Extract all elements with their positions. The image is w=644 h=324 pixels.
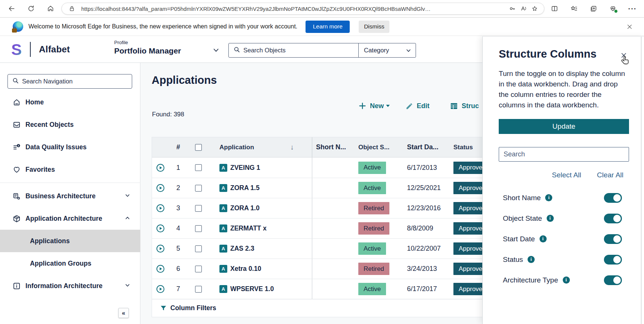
row-checkbox[interactable] <box>188 185 209 192</box>
lock-icon[interactable] <box>66 3 78 14</box>
row-checkbox[interactable] <box>188 164 209 171</box>
sidebar-item-applications[interactable]: Applications <box>0 230 140 252</box>
svg-text:S: S <box>11 42 22 57</box>
application-name[interactable]: ZERMATT x <box>230 224 267 232</box>
application-cell[interactable]: A WPSERVE 1.0 <box>209 279 312 299</box>
table-row[interactable]: 1 A ZVEING 1 Active 6/17/2013 Approve <box>152 158 496 178</box>
edit-button[interactable]: Edit <box>405 100 429 112</box>
collections-icon[interactable] <box>587 2 600 15</box>
chevron-down-icon[interactable] <box>124 192 131 200</box>
application-cell[interactable]: A Xetra 0.10 <box>209 259 312 279</box>
back-icon[interactable] <box>5 2 18 15</box>
application-name[interactable]: ZAS 2.3 <box>230 245 254 253</box>
sidebar-item-favorites[interactable]: Favorites <box>0 158 140 181</box>
info-icon[interactable]: i <box>528 256 535 263</box>
select-all-link[interactable]: Select All <box>552 171 581 179</box>
row-play-icon[interactable] <box>152 264 169 273</box>
read-aloud-icon[interactable] <box>518 3 529 14</box>
structure-button[interactable]: Struc <box>450 100 479 112</box>
profile-selector[interactable]: Profile Portfolio Manager <box>114 40 181 55</box>
banner-close-icon[interactable] <box>624 21 635 32</box>
browser-essentials-icon[interactable] <box>607 2 619 15</box>
url-text[interactable]: https://localhost:8443/?alfa_param=P05hd… <box>81 6 507 12</box>
table-row[interactable]: 2 A ZORA 1.5 Active 12/25/2021 Approve <box>152 178 496 198</box>
application-name[interactable]: WPSERVE 1.0 <box>230 285 274 293</box>
column-filters-bar[interactable]: Column Filters <box>152 299 496 317</box>
sort-descending-icon[interactable]: ↓ <box>291 143 294 152</box>
column-header-object-state[interactable]: Object S... <box>357 144 404 151</box>
learn-more-button[interactable]: Learn more <box>306 21 350 33</box>
table-row[interactable]: 6 A Xetra 0.10 Retired 3/24/2013 Approve <box>152 259 496 279</box>
update-button[interactable]: Update <box>499 119 629 134</box>
row-play-icon[interactable] <box>152 204 169 213</box>
application-cell[interactable]: A ZORA 1.0 <box>209 198 312 218</box>
table-row[interactable]: 3 A ZORA 1.0 Retired 12/23/2016 Approve <box>152 198 496 218</box>
row-checkbox[interactable] <box>188 266 209 272</box>
row-play-icon[interactable] <box>152 183 169 193</box>
chevron-up-icon[interactable] <box>124 215 131 223</box>
search-objects-input[interactable] <box>240 47 358 54</box>
sidebar-item-application-groups[interactable]: Application Groups <box>0 252 140 275</box>
sidebar-item-information-architecture[interactable]: Information Architecture <box>0 275 140 297</box>
browser-menu-icon[interactable]: ··· <box>626 2 639 15</box>
column-header-start-date[interactable]: Start Da... <box>404 143 453 151</box>
new-button[interactable]: New <box>358 100 390 112</box>
info-icon[interactable]: i <box>540 235 547 242</box>
toggle-object-state[interactable] <box>604 214 622 223</box>
toggle-short-name[interactable] <box>604 193 622 203</box>
sidebar-item-home[interactable]: Home <box>0 91 140 113</box>
row-checkbox[interactable] <box>188 245 209 252</box>
column-header-short-name[interactable]: Short N... <box>312 143 357 151</box>
sidebar-collapse-button[interactable]: « <box>118 308 129 318</box>
favorite-star-icon[interactable] <box>529 3 540 14</box>
clear-all-link[interactable]: Clear All <box>597 171 623 179</box>
application-name[interactable]: ZORA 1.0 <box>230 204 259 212</box>
application-name[interactable]: ZVEING 1 <box>230 164 260 172</box>
table-row[interactable]: 7 A WPSERVE 1.0 Active 6/17/2017 Approve <box>152 279 496 299</box>
column-header-num[interactable]: # <box>169 143 188 151</box>
application-cell[interactable]: A ZERMATT x <box>209 218 312 238</box>
table-row[interactable]: 4 A ZERMATT x Retired 8/8/2009 Approve <box>152 218 496 238</box>
browser-home-icon[interactable] <box>44 2 57 15</box>
panel-scrollbar[interactable] <box>641 37 641 324</box>
profile-chevron-down-icon[interactable] <box>212 46 220 56</box>
info-icon[interactable]: i <box>547 215 554 222</box>
application-cell[interactable]: A ZORA 1.5 <box>209 178 312 198</box>
sidebar-item-data-quality-issues[interactable]: Data Quality Issues <box>0 136 140 158</box>
password-key-icon[interactable] <box>507 3 518 14</box>
dismiss-button[interactable]: Dismiss <box>359 21 389 33</box>
row-play-icon[interactable] <box>152 244 169 253</box>
row-checkbox[interactable] <box>188 205 209 212</box>
category-dropdown[interactable]: Category <box>358 43 416 57</box>
select-all-checkbox[interactable] <box>188 144 209 151</box>
info-icon[interactable]: i <box>545 194 552 201</box>
application-icon: A <box>219 224 227 232</box>
info-icon[interactable]: i <box>563 276 570 284</box>
chevron-down-icon[interactable] <box>124 282 131 290</box>
sidebar-item-business-architecture[interactable]: Business Architecture <box>0 185 140 207</box>
column-header-application[interactable]: Application ↓ <box>209 137 312 157</box>
favorites-hub-icon[interactable] <box>568 2 580 15</box>
toggle-start-date[interactable] <box>604 234 622 244</box>
row-play-icon[interactable] <box>152 224 169 233</box>
application-name[interactable]: ZORA 1.5 <box>230 184 259 192</box>
row-checkbox[interactable] <box>188 225 209 232</box>
split-screen-icon[interactable] <box>548 2 561 15</box>
panel-search-input[interactable] <box>499 147 629 162</box>
new-label: New <box>370 102 384 110</box>
search-navigation-input[interactable] <box>19 78 132 85</box>
application-name[interactable]: Xetra 0.10 <box>230 265 261 273</box>
application-cell[interactable]: A ZVEING 1 <box>209 158 312 178</box>
address-bar[interactable]: https://localhost:8443/?alfa_param=P05hd… <box>61 3 544 15</box>
page-title: Applications <box>152 74 217 86</box>
sidebar-item-application-architecture[interactable]: Application Architecture <box>0 207 140 230</box>
sidebar-item-recent-objects[interactable]: Recent Objects <box>0 113 140 136</box>
row-play-icon[interactable] <box>152 163 169 172</box>
row-checkbox[interactable] <box>188 286 209 293</box>
table-row[interactable]: 5 A ZAS 2.3 Active 10/22/2007 Approve <box>152 238 496 259</box>
toggle-status[interactable] <box>604 255 622 265</box>
refresh-icon[interactable] <box>25 2 37 15</box>
row-play-icon[interactable] <box>152 284 169 294</box>
application-cell[interactable]: A ZAS 2.3 <box>209 239 312 259</box>
toggle-architecture-type[interactable] <box>604 275 622 285</box>
